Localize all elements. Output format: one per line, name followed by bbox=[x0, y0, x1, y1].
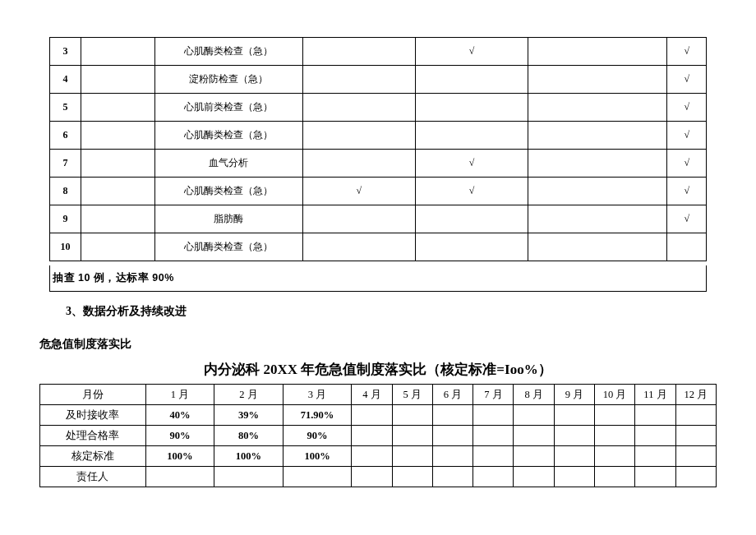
table2-header-row: 月份1 月2 月3 月4 月5 月6 月7 月8 月9 月10 月11 月12 … bbox=[40, 385, 717, 405]
row-value: 80% bbox=[214, 426, 284, 446]
table-row: 3心肌酶类检查（急）√√ bbox=[50, 38, 707, 66]
page-root: 3心肌酶类检查（急）√√4淀粉防检查（急）√5心肌前类检查（急）√6心肌酶类检查… bbox=[0, 0, 756, 487]
row-col-c bbox=[528, 233, 667, 261]
row-item: 心肌前类检查（急） bbox=[154, 94, 302, 122]
table2-header-cell: 1 月 bbox=[145, 385, 214, 405]
table1-container: 3心肌酶类检查（急）√√4淀粉防检查（急）√5心肌前类检查（急）√6心肌酶类检查… bbox=[0, 0, 756, 261]
table2-header-cell: 10 月 bbox=[595, 385, 635, 405]
row-value bbox=[635, 467, 675, 487]
table2-header-cell: 4 月 bbox=[352, 385, 392, 405]
table2-header-cell: 6 月 bbox=[432, 385, 472, 405]
row-value bbox=[635, 446, 675, 467]
table2-header-cell: 12 月 bbox=[675, 385, 716, 405]
table-row: 8心肌酶类检查（急）√√√ bbox=[50, 178, 707, 205]
table-row: 7血气分析√√ bbox=[50, 150, 707, 178]
row-col-c bbox=[528, 38, 667, 66]
subtitle-text: 危急值制度落实比 bbox=[0, 319, 756, 352]
row-col-b: √ bbox=[415, 178, 528, 205]
row-blank bbox=[81, 233, 155, 261]
row-col-a bbox=[302, 122, 415, 150]
table2-header-cell: 11 月 bbox=[635, 385, 675, 405]
row-item: 心肌酶类检查（急） bbox=[154, 38, 302, 66]
inspection-table: 3心肌酶类检查（急）√√4淀粉防检查（急）√5心肌前类检查（急）√6心肌酶类检查… bbox=[49, 37, 707, 261]
row-value bbox=[554, 446, 594, 467]
row-value bbox=[675, 405, 716, 426]
table-row: 责任人 bbox=[40, 467, 717, 487]
row-col-a bbox=[302, 38, 415, 66]
row-number: 10 bbox=[50, 233, 81, 261]
row-item: 血气分析 bbox=[154, 150, 302, 178]
row-col-b bbox=[415, 94, 528, 122]
row-value bbox=[514, 405, 554, 426]
row-col-d: √ bbox=[667, 205, 707, 233]
row-col-b: √ bbox=[415, 38, 528, 66]
table-row: 6心肌酶类检查（急）√ bbox=[50, 122, 707, 150]
table2-header-cell: 3 月 bbox=[283, 385, 352, 405]
compliance-table: 月份1 月2 月3 月4 月5 月6 月7 月8 月9 月10 月11 月12 … bbox=[39, 384, 717, 487]
row-label: 核定标准 bbox=[40, 446, 146, 467]
row-item: 心肌酶类检查（急） bbox=[154, 122, 302, 150]
row-value: 100% bbox=[214, 446, 284, 467]
row-value bbox=[392, 467, 432, 487]
row-value bbox=[554, 405, 594, 426]
row-col-d: √ bbox=[667, 66, 707, 94]
row-col-b bbox=[415, 66, 528, 94]
table2-body: 月份1 月2 月3 月4 月5 月6 月7 月8 月9 月10 月11 月12 … bbox=[40, 385, 717, 487]
row-value bbox=[392, 405, 432, 426]
table2-header-cell: 7 月 bbox=[473, 385, 514, 405]
row-col-d: √ bbox=[667, 38, 707, 66]
table2-header-cell: 5 月 bbox=[392, 385, 432, 405]
table2-title: 内分泌科 20XX 年危急值制度落实比（核定标准=Ioo%） bbox=[0, 352, 756, 384]
table-row: 5心肌前类检查（急）√ bbox=[50, 94, 707, 122]
table1-footer-text: 抽查 10 例，达标率 90% bbox=[49, 265, 707, 292]
table2-header-cell: 月份 bbox=[40, 385, 146, 405]
row-value bbox=[473, 446, 514, 467]
row-value bbox=[514, 467, 554, 487]
row-value bbox=[595, 446, 635, 467]
row-value bbox=[514, 446, 554, 467]
row-col-b: √ bbox=[415, 150, 528, 178]
row-value bbox=[595, 467, 635, 487]
row-blank bbox=[81, 122, 155, 150]
row-value bbox=[554, 426, 594, 446]
row-value bbox=[432, 426, 472, 446]
row-value bbox=[283, 467, 352, 487]
table2-header-cell: 8 月 bbox=[514, 385, 554, 405]
row-col-b bbox=[415, 233, 528, 261]
row-value bbox=[432, 446, 472, 467]
row-number: 6 bbox=[50, 122, 81, 150]
row-col-c bbox=[528, 94, 667, 122]
row-col-c bbox=[528, 150, 667, 178]
row-col-a bbox=[302, 94, 415, 122]
table-row: 及时接收率40%39%71.90% bbox=[40, 405, 717, 426]
row-col-d: √ bbox=[667, 178, 707, 205]
row-number: 3 bbox=[50, 38, 81, 66]
row-col-a bbox=[302, 66, 415, 94]
row-value bbox=[473, 467, 514, 487]
row-blank bbox=[81, 38, 155, 66]
row-number: 7 bbox=[50, 150, 81, 178]
row-value bbox=[352, 467, 392, 487]
row-value bbox=[554, 467, 594, 487]
row-value bbox=[214, 467, 284, 487]
row-number: 9 bbox=[50, 205, 81, 233]
row-value bbox=[352, 446, 392, 467]
row-col-d bbox=[667, 233, 707, 261]
row-blank bbox=[81, 66, 155, 94]
row-col-a bbox=[302, 150, 415, 178]
row-value: 100% bbox=[283, 446, 352, 467]
row-value bbox=[675, 446, 716, 467]
row-value bbox=[473, 426, 514, 446]
row-value bbox=[635, 426, 675, 446]
row-value bbox=[514, 426, 554, 446]
row-col-c bbox=[528, 205, 667, 233]
table2-container: 月份1 月2 月3 月4 月5 月6 月7 月8 月9 月10 月11 月12 … bbox=[0, 384, 756, 487]
section-heading: 3、数据分析及持续改进 bbox=[0, 292, 756, 319]
row-number: 4 bbox=[50, 66, 81, 94]
row-value bbox=[392, 446, 432, 467]
row-value bbox=[473, 405, 514, 426]
row-value: 90% bbox=[283, 426, 352, 446]
row-col-a: √ bbox=[302, 178, 415, 205]
row-col-b bbox=[415, 122, 528, 150]
row-col-c bbox=[528, 122, 667, 150]
